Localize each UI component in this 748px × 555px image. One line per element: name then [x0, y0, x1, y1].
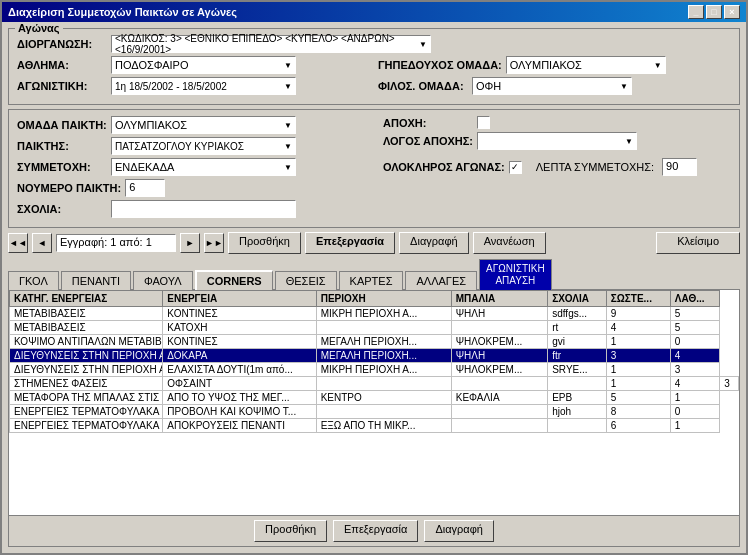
- logos-dropdown[interactable]: ▼: [477, 132, 637, 150]
- table-cell: 9: [606, 307, 670, 321]
- minimize-button[interactable]: _: [688, 5, 704, 19]
- agonistiki-label: ΑΓΩΝΙΣΤΙΚΗ:: [17, 80, 107, 92]
- table-cell: sdffgs...: [548, 307, 607, 321]
- table-row[interactable]: ΔΙΕΥΘΥΝΣΕΙΣ ΣΤΗΝ ΠΕΡΙΟΧΗ ΑΝΤΙΠ...ΔΟΚΑΡΑΜ…: [10, 349, 739, 363]
- epexergasia-button[interactable]: Επεξεργασία: [305, 232, 395, 254]
- gipedouxos-dropdown[interactable]: ΟΛΥΜΠΙΑΚΟΣ ▼: [506, 56, 666, 74]
- lepta-value: 90: [666, 160, 678, 172]
- olokliros-lepta-row: ΟΛΟΚΛΗΡΟΣ ΑΓΩΝΑΣ: ✓ ΛΕΠΤΑ ΣΥΜΜΕΤΟΧΗΣ: 90: [383, 158, 731, 176]
- table-row[interactable]: ΚΟΨΙΜΟ ΑΝΤΙΠΑΛΩΝ ΜΕΤΑΒΙΒ...ΚΟΝΤΙΝΕΣΜΕΓΑΛ…: [10, 335, 739, 349]
- table-cell: [451, 321, 547, 335]
- apoxi-row: ΑΠΟΧΗ:: [383, 116, 731, 129]
- filos-row: ΦΙΛΟΣ. ΟΜΑΔΑ: ΟΦΗ ▼: [378, 77, 731, 95]
- diagrafi-button[interactable]: Διαγραφή: [399, 232, 469, 254]
- apoxi-checkbox[interactable]: [477, 116, 490, 129]
- bottom-diagrafi-button[interactable]: Διαγραφή: [424, 520, 494, 542]
- next-button[interactable]: ►: [180, 233, 200, 253]
- bottom-prosthiki-button[interactable]: Προσθήκη: [254, 520, 327, 542]
- prev-button[interactable]: ◄: [32, 233, 52, 253]
- table-row[interactable]: ΕΝΕΡΓΕΙΕΣ ΤΕΡΜΑΤΟΦΥΛΑΚΑΑΠΟΚΡΟΥΣΕΙΣ ΠΕΝΑΝ…: [10, 419, 739, 433]
- table-wrapper[interactable]: ΚΑΤΗΓ. ΕΝΕΡΓΕΙΑΣ ΕΝΕΡΓΕΙΑ ΠΕΡΙΟΧΗ ΜΠΑΛΙΑ…: [9, 290, 739, 515]
- record-text: Εγγραφή: 1 από: 1: [56, 234, 176, 252]
- table-row[interactable]: ΜΕΤΑΒΙΒΑΣΕΙΣΚΑΤΟΧΗrt45: [10, 321, 739, 335]
- symmetoxi-dropdown[interactable]: ΕΝΔΕΚΑΔΑ ▼: [111, 158, 296, 176]
- symmetoxi-arrow: ▼: [284, 163, 292, 172]
- nav-controls: ◄◄ ◄ Εγγραφή: 1 από: 1 ► ►► Προσθήκη Επε…: [8, 232, 546, 254]
- filos-dropdown[interactable]: ΟΦΗ ▼: [472, 77, 632, 95]
- paiktis-row: ΠΑΙΚΤΗΣ: ΠΑΤΣΑΤΖΟΓΛΟΥ ΚΥΡΙΑΚΟΣ ▼: [17, 137, 365, 155]
- table-row[interactable]: ΜΕΤΑΒΙΒΑΣΕΙΣΚΟΝΤΙΝΕΣΜΙΚΡΗ ΠΕΡΙΟΧΗ Α...ΨΗ…: [10, 307, 739, 321]
- table-cell: 0: [670, 335, 720, 349]
- athlima-dropdown[interactable]: ΠΟΔΟΣΦΑΙΡΟ ▼: [111, 56, 296, 74]
- table-row[interactable]: ΣΤΗΜΕΝΕΣ ΦΑΣΕΙΣΟΦΣΑΙΝΤ143: [10, 377, 739, 391]
- tab-allages[interactable]: ΑΛΛΑΓΕΣ: [405, 271, 477, 290]
- tab-corners[interactable]: CORNERS: [195, 270, 273, 290]
- filos-value: ΟΦΗ: [476, 80, 501, 92]
- paiktis-dropdown[interactable]: ΠΑΤΣΑΤΖΟΓΛΟΥ ΚΥΡΙΑΚΟΣ ▼: [111, 137, 296, 155]
- window-controls: _ □ ×: [688, 5, 740, 19]
- logos-label: ΛΟΓΟΣ ΑΠΟΧΗΣ:: [383, 135, 473, 147]
- close-button[interactable]: ×: [724, 5, 740, 19]
- content-area: Αγώνας ΔΙΟΡΓΑΝΩΣΗ: <ΚΩΔΙΚΟΣ: 3> <ΕΘΝΙΚΟ …: [2, 22, 746, 553]
- ananeosi-button[interactable]: Ανανέωση: [473, 232, 546, 254]
- table-cell: ΜΕΓΑΛΗ ΠΕΡΙΟΧΗ...: [316, 349, 451, 363]
- olokliros-label: ΟΛΟΚΛΗΡΟΣ ΑΓΩΝΑΣ:: [383, 161, 505, 173]
- symmetoxi-value: ΕΝΔΕΚΑΔΑ: [115, 161, 174, 173]
- table-cell: ΜΕΤΑΦΟΡΑ ΤΗΣ ΜΠΑΛΑΣ ΣΤΙΣ ΜΕΓ...: [10, 391, 163, 405]
- table-cell: ΜΕΤΑΒΙΒΑΣΕΙΣ: [10, 321, 163, 335]
- tab-kartes[interactable]: ΚΑΡΤΕΣ: [339, 271, 404, 290]
- table-cell: ΜΕΤΑΒΙΒΑΣΕΙΣ: [10, 307, 163, 321]
- agonistiki-value: 1η 18/5/2002 - 18/5/2002: [115, 81, 227, 92]
- table-cell: 4: [606, 321, 670, 335]
- agonistiki-dropdown[interactable]: 1η 18/5/2002 - 18/5/2002 ▼: [111, 77, 296, 95]
- table-cell: [316, 405, 451, 419]
- diorganosi-dropdown[interactable]: <ΚΩΔΙΚΟΣ: 3> <ΕΘΝΙΚΟ ΕΠΙΠΕΔΟ> <ΚΥΠΕΛΟ> <…: [111, 35, 431, 53]
- table-body: ΜΕΤΑΒΙΒΑΣΕΙΣΚΟΝΤΙΝΕΣΜΙΚΡΗ ΠΕΡΙΟΧΗ Α...ΨΗ…: [10, 307, 739, 433]
- tab-penanti[interactable]: ΠΕΝΑΝΤΙ: [61, 271, 131, 290]
- last-button[interactable]: ►►: [204, 233, 224, 253]
- apoxi-label: ΑΠΟΧΗ:: [383, 117, 473, 129]
- olokliros-checkbox[interactable]: ✓: [509, 161, 522, 174]
- tab-gkol[interactable]: ΓΚΟΛ: [8, 271, 59, 290]
- table-cell: rt: [548, 321, 607, 335]
- table-cell: ΠΡΟΒΟΛΗ ΚΑΙ ΚΟΨΙΜΟ Τ...: [163, 405, 316, 419]
- table-cell: ΜΕΓΑΛΗ ΠΕΡΙΟΧΗ...: [316, 335, 451, 349]
- paiktis-arrow: ▼: [284, 142, 292, 151]
- kleisimo-button[interactable]: Κλείσιμο: [656, 232, 740, 254]
- col-lath: ΛΑΘ...: [670, 291, 720, 307]
- noumero-input[interactable]: 6: [125, 179, 165, 197]
- tab-bar: ΓΚΟΛ ΠΕΝΑΝΤΙ ΦΑΟΥΛ CORNERS ΘΕΣΕΙΣ ΚΑΡΤΕΣ…: [8, 258, 740, 289]
- olokliros-row: ΟΛΟΚΛΗΡΟΣ ΑΓΩΝΑΣ: ✓ ΛΕΠΤΑ ΣΥΜΜΕΤΟΧΗΣ: 90: [383, 158, 731, 176]
- bottom-epexergasia-button[interactable]: Επεξεργασία: [333, 520, 418, 542]
- agonistiki-arrow: ▼: [284, 82, 292, 91]
- window-title: Διαχείριση Συμμετοχών Παικτών σε Αγώνες: [8, 6, 237, 18]
- col-soste: ΣΩΣΤΕ...: [606, 291, 670, 307]
- table-cell: ΟΦΣΑΙΝΤ: [163, 377, 316, 391]
- table-row[interactable]: ΔΙΕΥΘΥΝΣΕΙΣ ΣΤΗΝ ΠΕΡΙΟΧΗ ΑΝΤΙΠ...ΕΛΑΧΙΣΤ…: [10, 363, 739, 377]
- table-cell: 6: [606, 419, 670, 433]
- paiktis-label: ΠΑΙΚΤΗΣ:: [17, 140, 107, 152]
- tab-theseis[interactable]: ΘΕΣΕΙΣ: [275, 271, 337, 290]
- agonistiki-row: ΑΓΩΝΙΣΤΙΚΗ: 1η 18/5/2002 - 18/5/2002 ▼: [17, 77, 370, 95]
- tab-content: ΚΑΤΗΓ. ΕΝΕΡΓΕΙΑΣ ΕΝΕΡΓΕΙΑ ΠΕΡΙΟΧΗ ΜΠΑΛΙΑ…: [8, 289, 740, 547]
- omada-dropdown[interactable]: ΟΛΥΜΠΙΑΚΟΣ ▼: [111, 116, 296, 134]
- tab-agonistiki-apaysi[interactable]: ΑΓΩΝΙΣΤΙΚΗΑΠΑΥΣΗ: [479, 259, 552, 290]
- table-row[interactable]: ΜΕΤΑΦΟΡΑ ΤΗΣ ΜΠΑΛΑΣ ΣΤΙΣ ΜΕΓ...ΑΠΟ ΤΟ ΥΨ…: [10, 391, 739, 405]
- table-cell: [451, 419, 547, 433]
- athlima-arrow: ▼: [284, 61, 292, 70]
- bottom-buttons: Προσθήκη Επεξεργασία Διαγραφή: [9, 515, 739, 546]
- logos-arrow: ▼: [625, 137, 633, 146]
- table-cell: gvi: [548, 335, 607, 349]
- table-cell: ΣΤΗΜΕΝΕΣ ΦΑΣΕΙΣ: [10, 377, 163, 391]
- table-cell: ΚΟΨΙΜΟ ΑΝΤΙΠΑΛΩΝ ΜΕΤΑΒΙΒ...: [10, 335, 163, 349]
- table-row[interactable]: ΕΝΕΡΓΕΙΕΣ ΤΕΡΜΑΤΟΦΥΛΑΚΑΠΡΟΒΟΛΗ ΚΑΙ ΚΟΨΙΜ…: [10, 405, 739, 419]
- table-cell: 5: [670, 321, 720, 335]
- col-perioxi: ΠΕΡΙΟΧΗ: [316, 291, 451, 307]
- lepta-input[interactable]: 90: [662, 158, 697, 176]
- table-cell: 3: [606, 349, 670, 363]
- first-button[interactable]: ◄◄: [8, 233, 28, 253]
- maximize-button[interactable]: □: [706, 5, 722, 19]
- tab-faoul[interactable]: ΦΑΟΥΛ: [133, 271, 193, 290]
- prosthiki-button[interactable]: Προσθήκη: [228, 232, 301, 254]
- sxolia-input[interactable]: [111, 200, 296, 218]
